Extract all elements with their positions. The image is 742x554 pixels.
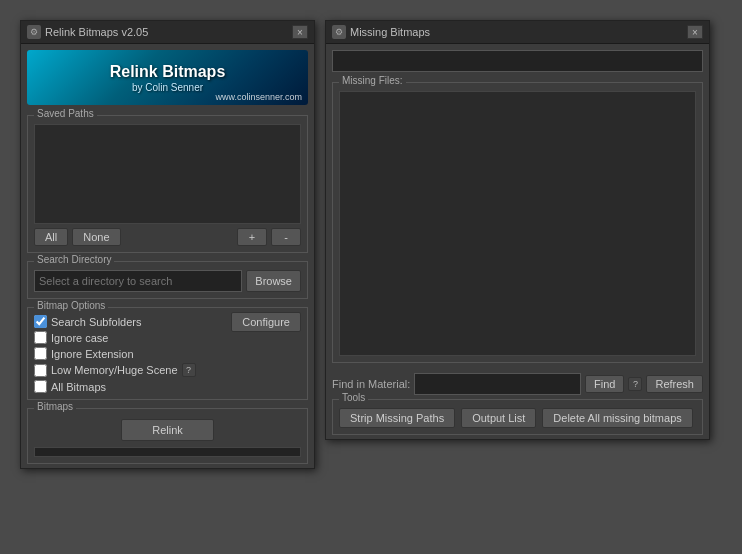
- bitmaps-section-label: Bitmaps: [34, 401, 76, 412]
- right-title-left: ⚙ Missing Bitmaps: [332, 25, 430, 39]
- search-subfolders-label: Search Subfolders: [51, 316, 142, 328]
- left-title-left: ⚙ Relink Bitmaps v2.05: [27, 25, 148, 39]
- banner-url: www.colinsenner.com: [215, 92, 302, 102]
- find-input[interactable]: [414, 373, 581, 395]
- left-window-title: Relink Bitmaps v2.05: [45, 26, 148, 38]
- left-close-button[interactable]: ×: [292, 25, 308, 39]
- plus-minus-group: + -: [237, 228, 301, 246]
- browse-button[interactable]: Browse: [246, 270, 301, 292]
- bitmap-options-section: Bitmap Options Search Subfolders Ignore …: [27, 307, 308, 400]
- strip-missing-paths-button[interactable]: Strip Missing Paths: [339, 408, 455, 428]
- search-directory-input[interactable]: [34, 270, 242, 292]
- relink-bitmaps-window: ⚙ Relink Bitmaps v2.05 × Relink Bitmaps …: [20, 20, 315, 469]
- all-bitmaps-label: All Bitmaps: [51, 381, 106, 393]
- bitmap-options-label: Bitmap Options: [34, 300, 108, 311]
- add-path-button[interactable]: +: [237, 228, 267, 246]
- ignore-case-label: Ignore case: [51, 332, 108, 344]
- banner-subtitle: by Colin Senner: [132, 82, 203, 93]
- search-directory-section: Search Directory Browse: [27, 261, 308, 299]
- refresh-button[interactable]: Refresh: [646, 375, 703, 393]
- search-subfolders-row: Search Subfolders: [34, 315, 231, 328]
- delete-missing-bitmaps-button[interactable]: Delete All missing bitmaps: [542, 408, 692, 428]
- tools-section: Tools Strip Missing Paths Output List De…: [332, 399, 703, 435]
- bitmap-options-checkboxes: Search Subfolders Ignore case Ignore Ext…: [34, 312, 231, 393]
- find-row: Find in Material: Find ? Refresh: [326, 373, 709, 395]
- top-search-input[interactable]: [332, 50, 703, 72]
- find-help-button[interactable]: ?: [628, 377, 642, 391]
- missing-bitmaps-window: ⚙ Missing Bitmaps × Missing Files: Find …: [325, 20, 710, 440]
- left-title-bar: ⚙ Relink Bitmaps v2.05 ×: [21, 21, 314, 44]
- right-window-icon: ⚙: [332, 25, 346, 39]
- all-bitmaps-row: All Bitmaps: [34, 380, 231, 393]
- all-button[interactable]: All: [34, 228, 68, 246]
- saved-paths-label: Saved Paths: [34, 108, 97, 119]
- none-button[interactable]: None: [72, 228, 120, 246]
- missing-files-label: Missing Files:: [339, 75, 406, 86]
- search-subfolders-checkbox[interactable]: [34, 315, 47, 328]
- relink-button[interactable]: Relink: [121, 419, 214, 441]
- remove-path-button[interactable]: -: [271, 228, 301, 246]
- missing-files-section: Missing Files:: [332, 82, 703, 363]
- search-directory-label: Search Directory: [34, 254, 114, 265]
- find-button[interactable]: Find: [585, 375, 624, 393]
- left-window-icon: ⚙: [27, 25, 41, 39]
- all-bitmaps-checkbox[interactable]: [34, 380, 47, 393]
- progress-bar: [34, 447, 301, 457]
- ignore-extension-row: Ignore Extension: [34, 347, 231, 360]
- right-close-button[interactable]: ×: [687, 25, 703, 39]
- ignore-case-row: Ignore case: [34, 331, 231, 344]
- paths-buttons: All None + -: [34, 228, 301, 246]
- ignore-case-checkbox[interactable]: [34, 331, 47, 344]
- configure-button[interactable]: Configure: [231, 312, 301, 332]
- ignore-extension-checkbox[interactable]: [34, 347, 47, 360]
- ignore-extension-label: Ignore Extension: [51, 348, 134, 360]
- output-list-button[interactable]: Output List: [461, 408, 536, 428]
- tools-label: Tools: [339, 392, 368, 403]
- find-label: Find in Material:: [332, 378, 410, 390]
- banner: Relink Bitmaps by Colin Senner www.colin…: [27, 50, 308, 105]
- low-memory-checkbox[interactable]: [34, 364, 47, 377]
- missing-files-list[interactable]: [339, 91, 696, 356]
- saved-paths-section: Saved Paths All None + -: [27, 115, 308, 253]
- banner-title: Relink Bitmaps: [110, 62, 226, 81]
- bitmaps-section: Bitmaps Relink: [27, 408, 308, 464]
- right-window-title: Missing Bitmaps: [350, 26, 430, 38]
- right-title-bar: ⚙ Missing Bitmaps ×: [326, 21, 709, 44]
- low-memory-label: Low Memory/Huge Scene: [51, 364, 178, 376]
- low-memory-help-button[interactable]: ?: [182, 363, 196, 377]
- search-dir-row: Browse: [34, 270, 301, 292]
- tools-buttons: Strip Missing Paths Output List Delete A…: [339, 408, 696, 428]
- saved-paths-list[interactable]: [34, 124, 301, 224]
- low-memory-row: Low Memory/Huge Scene ?: [34, 363, 231, 377]
